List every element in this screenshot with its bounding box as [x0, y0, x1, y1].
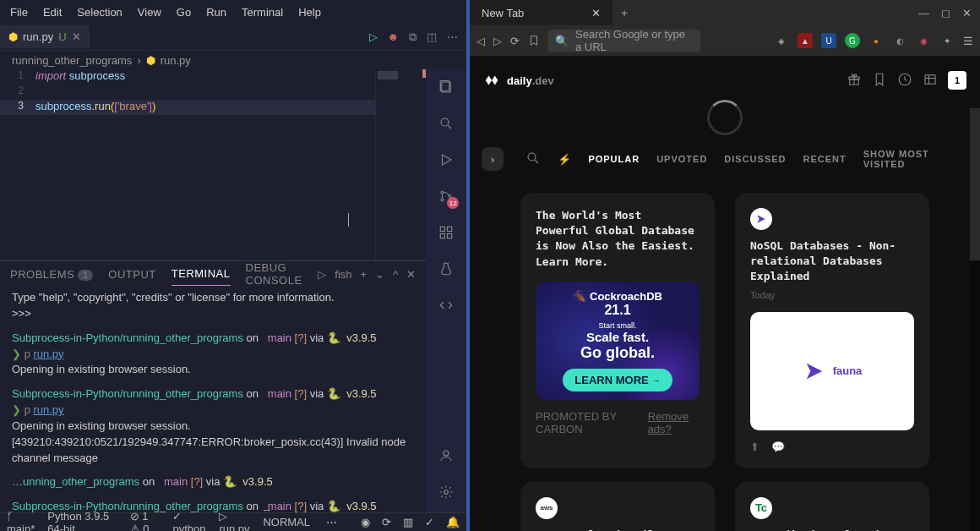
more-actions-icon[interactable]: ⋯ — [447, 30, 458, 44]
maximize-panel-icon[interactable]: ^ — [393, 268, 398, 281]
line-number: 1 — [0, 69, 35, 85]
expand-sidebar-icon[interactable]: › — [482, 147, 504, 171]
status-live-icon[interactable]: ◉ — [361, 516, 370, 528]
menu-help[interactable]: Help — [291, 3, 328, 22]
status-vim[interactable]: ✓ python — [172, 510, 207, 532]
breadcrumb-sep-icon: › — [137, 54, 140, 67]
split-editor-icon[interactable]: ◫ — [427, 30, 437, 44]
url-bar[interactable]: 🔍 Search Google or type a URL — [548, 30, 700, 52]
panel-tab-output[interactable]: OUTPUT — [108, 263, 155, 286]
source-logo-icon — [750, 208, 772, 230]
extensions-icon[interactable] — [438, 225, 454, 243]
back-icon[interactable]: ◁ — [476, 35, 485, 47]
bolt-icon[interactable]: ⚡ — [558, 153, 571, 166]
run-debug-icon[interactable] — [438, 152, 454, 170]
nav-upvoted[interactable]: UPVOTED — [656, 154, 707, 164]
grid-icon[interactable] — [923, 72, 938, 90]
testing-icon[interactable] — [438, 261, 454, 279]
extension-icon[interactable]: ▲ — [798, 33, 813, 48]
split-terminal-icon[interactable]: ⌄ — [375, 268, 384, 281]
reload-icon[interactable]: ⟳ — [510, 35, 520, 47]
activity-bar: 12 — [426, 69, 466, 512]
panel-tab-terminal[interactable]: TERMINAL — [172, 262, 231, 286]
settings-gear-icon[interactable] — [438, 484, 454, 502]
status-problems[interactable]: ⊘ 1 ⚠ 0 — [130, 510, 161, 532]
nav-show-visited[interactable]: SHOW MOST VISITED — [863, 149, 968, 169]
new-terminal-icon[interactable]: + — [361, 268, 368, 281]
feed-card[interactable]: NoSQL Databases - Non-relational Databas… — [735, 193, 929, 468]
notification-badge[interactable]: 1 — [948, 71, 966, 90]
status-bell-icon[interactable]: 🔔 — [446, 516, 460, 528]
extension-icon[interactable]: ● — [868, 33, 884, 48]
menu-file[interactable]: File — [3, 3, 35, 22]
menu-edit[interactable]: Edit — [36, 3, 68, 22]
line-number: 2 — [0, 85, 35, 100]
shell-name[interactable]: fish — [335, 268, 351, 281]
menu-terminal[interactable]: Terminal — [235, 3, 290, 22]
explorer-icon[interactable] — [438, 79, 454, 97]
nav-recent[interactable]: RECENT — [803, 154, 847, 164]
bookmark-icon[interactable] — [528, 35, 540, 47]
terminal[interactable]: Type "help", "copyright", "credits" or "… — [0, 287, 426, 512]
feed-card-ad[interactable]: The World's Most Powerful Global Databas… — [520, 193, 715, 468]
close-window-icon[interactable]: ✕ — [962, 7, 972, 19]
code-editor[interactable]: 1 import subprocess 2 3 subprocess.run([… — [0, 69, 375, 260]
remote-icon[interactable] — [438, 298, 454, 315]
panel-tab-problems[interactable]: PROBLEMS1 — [10, 263, 93, 286]
menu-go[interactable]: Go — [170, 3, 198, 22]
comment-icon[interactable]: 💬 — [771, 441, 785, 453]
account-icon[interactable] — [438, 448, 454, 466]
bookmark-icon[interactable] — [872, 72, 887, 90]
editor-tab[interactable]: ⬢ run.py U ✕ — [0, 25, 90, 48]
tab-close-icon[interactable]: ✕ — [591, 7, 601, 19]
text-cursor-icon — [348, 213, 349, 227]
upvote-icon[interactable]: ⬆ — [750, 441, 760, 453]
history-icon[interactable] — [897, 72, 912, 90]
remove-ads-link[interactable]: Remove ads? — [648, 410, 700, 435]
maximize-icon[interactable]: ◻ — [941, 7, 950, 19]
search-icon[interactable] — [525, 151, 541, 168]
minimize-icon[interactable]: — — [918, 7, 929, 19]
menu-selection[interactable]: Selection — [70, 3, 128, 22]
close-panel-icon[interactable]: ✕ — [406, 268, 416, 281]
feed-card[interactable]: Tc 5 predictions for the — [735, 482, 929, 531]
nav-popular[interactable]: POPULAR — [588, 154, 640, 164]
status-file[interactable]: ▷ run.py — [219, 510, 251, 532]
scrollbar[interactable] — [970, 108, 980, 531]
extension-icon[interactable]: U — [821, 33, 836, 48]
brave-shield-icon[interactable]: ◈ — [774, 33, 789, 48]
menu-run[interactable]: Run — [199, 3, 233, 22]
status-branch[interactable]: ᚶ main* — [7, 510, 35, 532]
gift-icon[interactable] — [847, 72, 862, 90]
forward-icon[interactable]: ▷ — [493, 35, 502, 47]
site-logo[interactable]: daily.dev — [483, 71, 554, 90]
minimap[interactable] — [375, 69, 426, 260]
extension-icon[interactable]: G — [845, 33, 860, 48]
hamburger-menu-icon[interactable]: ☰ — [963, 35, 973, 47]
extensions-menu-icon[interactable]: ✦ — [939, 33, 955, 48]
new-tab-icon[interactable]: + — [612, 7, 636, 19]
extension-icon[interactable]: ◐ — [892, 33, 907, 48]
status-sync-icon[interactable]: ⟳ — [382, 516, 391, 528]
search-icon[interactable] — [438, 116, 454, 134]
breadcrumb[interactable]: running_other_programs › ⬢ run.py — [0, 51, 466, 69]
nav-discussed[interactable]: DISCUSSED — [724, 154, 786, 164]
compare-icon[interactable]: ⧉ — [409, 30, 416, 44]
feed-card[interactable]: aws Amazon Elastic File — [520, 482, 715, 531]
status-more[interactable]: ⋯ — [326, 516, 337, 528]
menu-view[interactable]: View — [131, 3, 168, 22]
site-header: daily.dev 1 — [470, 56, 980, 105]
shell-launch-icon[interactable]: ▷ — [318, 268, 326, 281]
vim-status-icon[interactable]: ☻ — [388, 30, 400, 44]
browser-tab[interactable]: New Tab ✕ — [470, 0, 612, 25]
status-python[interactable]: Python 3.9.5 64-bit — [47, 510, 117, 532]
line-number: 3 — [0, 100, 35, 115]
status-prettier-icon[interactable]: ✓ — [425, 516, 434, 528]
extension-icon[interactable]: ◉ — [916, 33, 931, 48]
run-file-icon[interactable]: ▷ — [369, 30, 378, 44]
tab-close-icon[interactable]: ✕ — [72, 30, 81, 43]
panel-tabs: PROBLEMS1 OUTPUT TERMINAL DEBUG CONSOLE … — [0, 261, 426, 287]
status-layout-icon[interactable]: ▥ — [403, 516, 413, 528]
editor-tabbar: ⬢ run.py U ✕ ▷ ☻ ⧉ ◫ ⋯ — [0, 24, 466, 51]
source-control-icon[interactable]: 12 — [438, 189, 454, 206]
